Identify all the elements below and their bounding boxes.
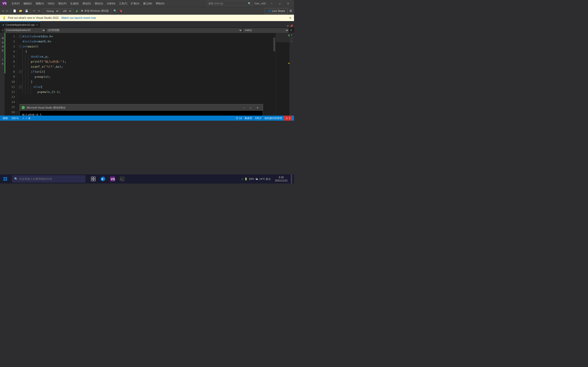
toolbar-redo-btn[interactable]: ↪ (37, 9, 41, 13)
toolbar-bookmark-btn[interactable]: 🔖 (119, 9, 124, 13)
run-button[interactable]: ▶ (75, 9, 79, 13)
toolbar-new-btn[interactable]: 📄 (12, 9, 17, 13)
info-link[interactable]: Watch our launch event now (61, 16, 96, 19)
svg-rect-7 (3, 177, 5, 179)
toolbar-back-btn[interactable]: ◁ (1, 9, 5, 13)
menu-edit[interactable]: 编辑(E) (22, 1, 33, 6)
activity-extra-icon[interactable]: 工 (0, 56, 4, 59)
error-count-label: 1 (289, 117, 290, 119)
toolbar-search-btn[interactable]: 🔍 (112, 9, 118, 13)
menu-test[interactable]: 测试(S) (93, 1, 104, 6)
menu-project[interactable]: 项目(P) (57, 1, 68, 6)
live-share-button[interactable]: Live Share (265, 8, 288, 14)
scrollbar-thumb[interactable] (273, 38, 275, 51)
status-line-col[interactable]: 行 14 (235, 116, 243, 121)
console-line-1: 输入x的值:0.5 (22, 113, 260, 116)
menu-git[interactable]: Git(G) (46, 2, 56, 5)
right-panel-icon-3[interactable]: ✕ (290, 40, 294, 43)
platform-dropdown[interactable]: x86 (60, 8, 72, 14)
menu-build[interactable]: 生成(B) (69, 1, 80, 6)
terminal-taskbar-icon[interactable]: >_ (118, 174, 127, 184)
menu-file[interactable]: 文件(F) (10, 1, 21, 6)
toolbar-forward-btn[interactable]: ▷ (6, 9, 9, 13)
fold-icon-8[interactable]: ⊟ (19, 70, 22, 73)
change-bar-green (5, 33, 5, 73)
menu-analyze[interactable]: 分析(N) (105, 1, 117, 6)
menu-tools[interactable]: 工具(T) (118, 1, 129, 6)
start-button[interactable] (0, 174, 10, 184)
tab-console-app[interactable]: ⊕ ConsoleApplication10.cpp ✕ (0, 22, 40, 27)
line-num-9: 9 (6, 74, 15, 79)
battery-indicator[interactable]: 🔋 (244, 177, 248, 181)
code-content[interactable]: ⊟#include<stdio.h> #include<math.h> ⊟int… (17, 33, 273, 116)
live-share-label: Live Share (272, 9, 285, 13)
status-ready[interactable]: 就绪 (2, 116, 9, 121)
line-num-7: 7 (6, 64, 15, 69)
svg-rect-14 (94, 179, 95, 181)
tab-close-button[interactable]: ✕ (36, 24, 38, 26)
taskbar-search-box[interactable]: 🔍 (12, 175, 86, 183)
network-icon[interactable]: ⌂ (242, 177, 243, 180)
console-app-icon (22, 106, 25, 109)
status-zoom[interactable]: 150 % (10, 116, 19, 121)
line-num-15: 15 (6, 105, 15, 110)
close-button[interactable]: ✕ (284, 0, 292, 7)
minimize-button[interactable]: ─ (267, 0, 276, 7)
fold-icon-3[interactable]: ⊟ (19, 45, 22, 48)
menu-view[interactable]: 视图(V) (34, 1, 45, 6)
weather-icon[interactable]: 🌥 (255, 177, 258, 180)
title-search-box[interactable]: 搜索 (Ctrl+Q) 🔍 (207, 1, 253, 6)
menu-window[interactable]: 窗口(W) (142, 1, 154, 6)
console-minimize-btn[interactable]: ─ (240, 104, 247, 111)
clock[interactable]: 8:39 2021/11/12 (273, 176, 289, 182)
console-close-btn[interactable]: ✕ (254, 104, 261, 111)
status-check[interactable]: ✓ ✓ 未 (21, 116, 32, 121)
activity-extra2-icon[interactable]: 具 (0, 60, 4, 63)
toolbar-undo-btn[interactable]: ↩ (32, 9, 36, 13)
status-errors[interactable]: ⚠ 1 (284, 116, 292, 121)
activity-explore-icon[interactable]: 规 (0, 34, 4, 38)
console-maximize-btn[interactable]: □ (247, 104, 254, 111)
right-panel-icon-2[interactable]: □ (290, 37, 294, 40)
menu-help[interactable]: 帮助(H) (154, 1, 166, 6)
debug-config-dropdown[interactable]: Debug (44, 8, 59, 14)
taskview-icon[interactable] (89, 174, 98, 184)
console-title-bar: Microsoft Visual Studio 调试控制台 ─ □ ✕ (20, 104, 263, 111)
project-scope-dropdown[interactable]: ConsoleApplication10 (4, 28, 45, 33)
status-add-source[interactable]: 加到源代码管理 (263, 116, 283, 121)
taskbar-search-input[interactable] (19, 177, 83, 181)
global-scope-dropdown[interactable]: (全局范围) (46, 28, 242, 33)
toolbar-open-btn[interactable]: 📂 (18, 9, 23, 13)
show-desktop-button[interactable] (291, 174, 292, 184)
svg-text:VS: VS (2, 2, 6, 5)
maximize-button[interactable]: □ (276, 0, 284, 7)
activity-bar: 规 划 浏 览 工 具 (0, 33, 5, 116)
right-panel-icon-1[interactable]: ▼ (290, 33, 294, 37)
menu-bar: 文件(F) 编辑(E) 视图(V) Git(G) 项目(P) 生成(B) 调试(… (10, 1, 166, 6)
nav-left-arrow[interactable]: ◁ (1, 29, 4, 31)
symbol-dropdown[interactable]: main() (243, 28, 289, 33)
tab-settings-icon[interactable]: ⚙ (287, 25, 289, 27)
line-num-16: 16 (6, 110, 15, 115)
vs-taskbar-icon[interactable]: VS (108, 174, 117, 184)
status-symbol[interactable]: 制表符 (244, 116, 253, 121)
fold-icon-1[interactable]: ⊟ (19, 35, 22, 38)
edge-icon[interactable]: e (98, 174, 107, 184)
activity-git-icon[interactable]: 浏 (0, 42, 4, 46)
status-encoding[interactable]: CRLF (254, 116, 262, 121)
toolbar-sep-4 (73, 9, 74, 13)
editor-scrollbar[interactable] (273, 33, 276, 116)
toolbar-save-btn[interactable]: 💾 (24, 9, 29, 13)
nav-expand-icon[interactable]: ⊞ (289, 29, 293, 32)
tab-pin-icon[interactable]: 📌 (290, 25, 293, 27)
menu-debug[interactable]: 调试(D) (81, 1, 92, 6)
title-search-placeholder: 搜索 (Ctrl+Q) (208, 2, 223, 5)
status-add-source-label: 加到源代码管理 (264, 117, 282, 120)
code-line-3: ⊟int main() (19, 44, 271, 49)
menu-extensions[interactable]: 扩展(X) (130, 1, 141, 6)
fold-icon-11[interactable]: ⊟ (19, 85, 22, 89)
activity-run-icon[interactable]: 览 (0, 46, 4, 50)
activity-search-icon[interactable]: 划 (0, 38, 4, 42)
toolbar-extra-btn[interactable]: ⚙ (288, 9, 293, 13)
info-close-button[interactable]: ✕ (289, 16, 292, 20)
